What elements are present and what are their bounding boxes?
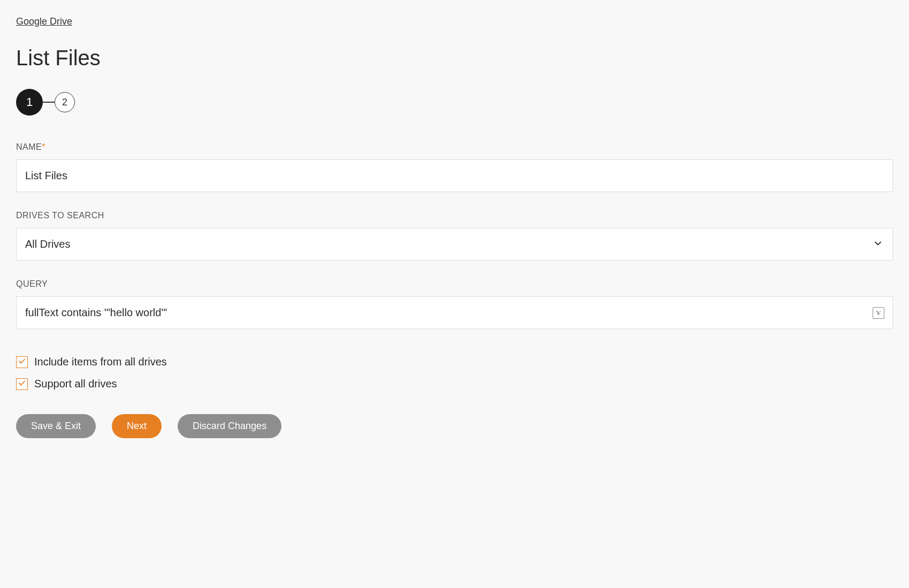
support-all-drives-checkbox-group: Support all drives xyxy=(16,378,893,390)
drives-select-wrapper: All Drives xyxy=(16,228,893,261)
name-label: NAME* xyxy=(16,142,893,152)
checkmark-icon xyxy=(18,379,26,389)
name-field-group: NAME* xyxy=(16,142,893,192)
drives-field-group: DRIVES TO SEARCH All Drives xyxy=(16,211,893,261)
support-all-drives-checkbox[interactable] xyxy=(16,378,28,390)
save-exit-button[interactable]: Save & Exit xyxy=(16,414,96,438)
button-row: Save & Exit Next Discard Changes xyxy=(16,414,893,438)
next-button[interactable]: Next xyxy=(112,414,162,438)
checkmark-icon xyxy=(18,357,26,367)
support-all-drives-label: Support all drives xyxy=(34,378,117,390)
drives-label: DRIVES TO SEARCH xyxy=(16,211,893,220)
checkboxes-section: Include items from all drives Support al… xyxy=(16,356,893,390)
query-label: QUERY xyxy=(16,279,893,289)
drives-select[interactable]: All Drives xyxy=(16,228,893,261)
step-2[interactable]: 2 xyxy=(55,92,75,112)
page-title: List Files xyxy=(16,46,893,70)
query-field-group: QUERY V xyxy=(16,279,893,329)
discard-changes-button[interactable]: Discard Changes xyxy=(178,414,281,438)
step-connector xyxy=(43,102,55,103)
include-all-drives-label: Include items from all drives xyxy=(34,356,167,368)
name-label-text: NAME xyxy=(16,142,42,151)
required-indicator: * xyxy=(42,142,45,151)
variable-icon[interactable]: V xyxy=(873,307,884,319)
step-1[interactable]: 1 xyxy=(16,89,43,116)
step-indicator: 1 2 xyxy=(16,89,893,116)
name-input[interactable] xyxy=(16,159,893,192)
include-all-drives-checkbox-group: Include items from all drives xyxy=(16,356,893,368)
breadcrumb-link[interactable]: Google Drive xyxy=(16,16,72,27)
query-input-wrapper: V xyxy=(16,296,893,329)
include-all-drives-checkbox[interactable] xyxy=(16,356,28,368)
query-input[interactable] xyxy=(16,296,893,329)
